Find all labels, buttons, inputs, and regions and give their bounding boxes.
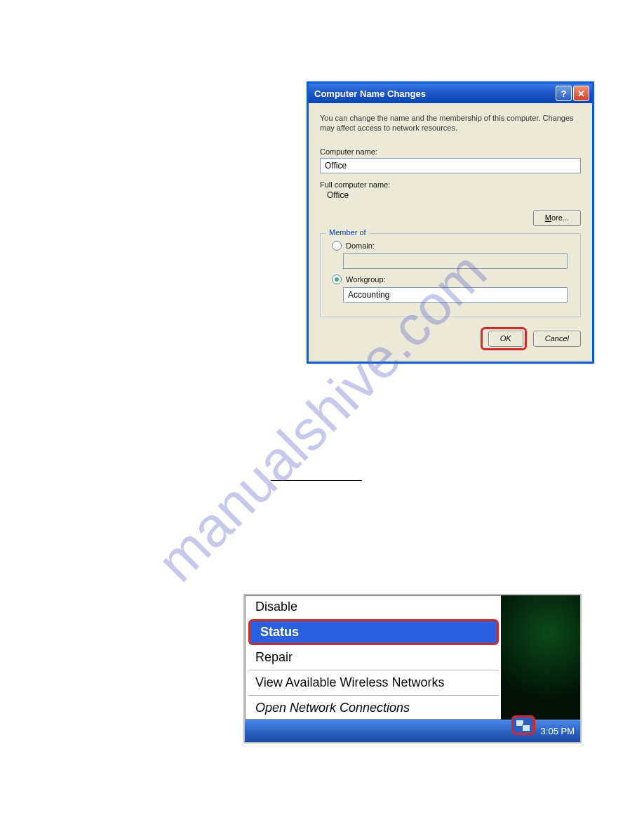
member-of-group: Member of Domain: Workgroup: <box>320 233 581 317</box>
computer-name-input[interactable] <box>320 158 581 173</box>
close-icon[interactable]: ✕ <box>573 86 589 101</box>
menu-item-disable[interactable]: Disable <box>246 596 502 618</box>
network-icon[interactable] <box>516 718 531 732</box>
domain-input <box>343 253 568 269</box>
computer-name-changes-dialog: Computer Name Changes ? ✕ You can change… <box>307 81 594 364</box>
menu-item-open-connections[interactable]: Open Network Connections <box>246 697 502 719</box>
network-context-menu: Disable Status Repair View Available Wir… <box>245 595 502 720</box>
dialog-title: Computer Name Changes <box>314 88 554 99</box>
menu-item-view-networks[interactable]: View Available Wireless Networks <box>246 672 502 694</box>
domain-label: Domain: <box>346 241 375 250</box>
taskbar: 3:05 PM <box>245 720 580 742</box>
ok-highlight: OK <box>481 327 527 350</box>
full-computer-name-value: Office <box>327 190 581 200</box>
workgroup-label: Workgroup: <box>346 275 386 284</box>
workgroup-radio[interactable] <box>332 274 342 284</box>
taskbar-clock: 3:05 PM <box>541 726 575 736</box>
systray-screenshot: Disable Status Repair View Available Wir… <box>243 594 582 743</box>
separator-line <box>271 480 362 481</box>
status-highlight: Status <box>248 619 499 645</box>
titlebar[interactable]: Computer Name Changes ? ✕ <box>309 84 592 103</box>
network-tray-icon-highlight <box>511 715 535 735</box>
cancel-button[interactable]: Cancel <box>533 331 581 347</box>
menu-divider <box>248 670 499 670</box>
computer-name-label: Computer name: <box>320 147 581 156</box>
full-computer-name-label: Full computer name: <box>320 180 581 189</box>
menu-divider <box>248 695 499 696</box>
member-of-legend: Member of <box>326 228 369 237</box>
help-icon[interactable]: ? <box>556 86 572 101</box>
menu-item-repair[interactable]: Repair <box>246 647 502 668</box>
dialog-description: You can change the name and the membersh… <box>320 113 581 133</box>
more-button[interactable]: More... <box>533 210 581 226</box>
menu-item-status[interactable]: Status <box>250 621 497 643</box>
domain-radio[interactable] <box>332 241 342 251</box>
desktop-background <box>501 595 580 720</box>
ok-button[interactable]: OK <box>488 331 523 347</box>
dialog-body: You can change the name and the membersh… <box>309 103 592 362</box>
dialog-button-row: OK Cancel <box>320 327 581 353</box>
workgroup-input[interactable] <box>343 287 568 303</box>
